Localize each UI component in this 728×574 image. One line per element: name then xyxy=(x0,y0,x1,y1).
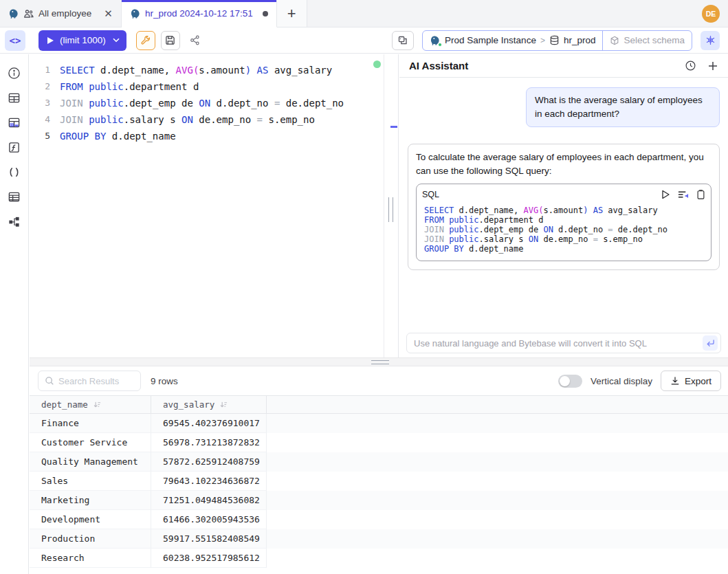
table-row[interactable]: Research60238.952517985612 xyxy=(30,549,728,568)
ai-assistant-header: AI Assistant xyxy=(399,54,728,78)
connection-selector: Prod Sample Instance > hr_prod Select sc… xyxy=(422,30,692,51)
sql-code-lines: SELECT d.dept_name, AVG(s.amount) AS avg… xyxy=(422,206,705,254)
new-chat-icon[interactable] xyxy=(707,60,718,71)
chevron-down-icon[interactable] xyxy=(113,38,120,43)
functions-icon[interactable] xyxy=(6,140,22,155)
sort-icon[interactable] xyxy=(219,401,228,408)
instance-name: Prod Sample Instance xyxy=(445,35,536,45)
close-icon[interactable]: ✕ xyxy=(104,8,113,19)
results-panel: 9 rows Vertical display Export dept_name xyxy=(30,366,728,574)
table-row[interactable]: Development61466.302005943536 xyxy=(30,510,728,529)
schema-placeholder: Select schema xyxy=(624,35,685,45)
vertical-display-toggle[interactable] xyxy=(558,375,582,388)
table-cell[interactable]: 69545.402376910017 xyxy=(151,414,267,433)
sql-code-line: GROUP BY d.dept_name xyxy=(424,244,705,254)
format-sql-button[interactable] xyxy=(136,31,155,50)
database-selector[interactable]: Prod Sample Instance > hr_prod xyxy=(423,31,602,50)
search-icon xyxy=(45,376,54,386)
ai-prompt-input[interactable] xyxy=(406,333,721,353)
table-row[interactable]: Marketing71251.049484536082 xyxy=(30,491,728,510)
postgres-icon xyxy=(130,8,141,19)
tab-hr-prod[interactable]: hr_prod 2024-10-12 17:51 xyxy=(122,0,277,27)
export-button[interactable]: Export xyxy=(661,371,721,391)
run-query-button[interactable]: (limit 1000) xyxy=(38,30,126,51)
table-row[interactable]: Quality Management57872.625912408759 xyxy=(30,452,728,472)
panel-resize-divider[interactable] xyxy=(384,54,399,357)
table-cell[interactable]: Marketing xyxy=(30,491,151,510)
table-cell[interactable]: Research xyxy=(30,549,151,568)
schema-diagram-icon[interactable] xyxy=(6,214,22,230)
sample-data-icon[interactable] xyxy=(6,115,22,131)
unsaved-dot xyxy=(263,11,268,16)
ai-assistant-panel: AI Assistant What is the average salary … xyxy=(399,54,728,361)
search-results-input[interactable] xyxy=(58,376,134,386)
openai-icon xyxy=(705,34,716,46)
code-line[interactable]: 1SELECT d.dept_name, AVG(s.amount) AS av… xyxy=(30,62,384,78)
sql-code-line: JOIN public.salary s ON de.emp_no = s.em… xyxy=(424,234,705,244)
table-cell[interactable]: Quality Management xyxy=(30,452,151,472)
table-cell[interactable]: Sales xyxy=(30,472,151,491)
sort-icon[interactable] xyxy=(93,401,101,408)
people-icon xyxy=(23,8,34,19)
code-line[interactable]: 3JOIN public.dept_emp de ON d.dept_no = … xyxy=(30,95,384,111)
avatar[interactable]: DE xyxy=(702,5,720,23)
table-row[interactable]: Customer Service56978.731213872832 xyxy=(30,433,728,452)
batch-mode-button[interactable] xyxy=(392,31,414,50)
database-name: hr_prod xyxy=(564,35,596,45)
table-cell[interactable]: Customer Service xyxy=(30,433,151,452)
table-row[interactable]: Sales79643.102234636872 xyxy=(30,472,728,491)
new-tab-button[interactable]: + xyxy=(277,0,307,27)
connection-health-dot xyxy=(373,60,381,68)
code-panel-toggle-button[interactable]: <> xyxy=(5,30,25,51)
sql-block-label: SQL xyxy=(422,188,439,201)
results-resize-divider[interactable] xyxy=(30,357,728,366)
left-sidebar xyxy=(0,54,29,574)
editor-code[interactable]: 1SELECT d.dept_name, AVG(s.amount) AS av… xyxy=(30,54,384,144)
external-tables-icon[interactable] xyxy=(6,189,22,205)
tables-icon[interactable] xyxy=(6,90,22,106)
sql-editor[interactable]: 1SELECT d.dept_name, AVG(s.amount) AS av… xyxy=(30,54,384,357)
assistant-message: To calculate the average salary of emplo… xyxy=(408,144,720,270)
ai-assistant-button[interactable] xyxy=(701,31,720,50)
tab-all-employee[interactable]: All employee ✕ xyxy=(0,0,122,27)
column-header-dept-name[interactable]: dept_name xyxy=(30,396,151,413)
search-results-box[interactable] xyxy=(38,371,141,391)
column-header-avg-salary[interactable]: avg_salary xyxy=(151,396,267,413)
code-line[interactable]: 2FROM public.department d xyxy=(30,78,384,95)
save-sheet-button[interactable] xyxy=(161,31,180,50)
table-cell[interactable]: 61466.302005943536 xyxy=(151,510,267,529)
table-row[interactable]: Finance69545.402376910017 xyxy=(30,414,728,433)
table-cell[interactable]: Production xyxy=(30,529,151,549)
tab-label: All employee xyxy=(38,8,91,19)
table-cell[interactable]: 59917.551582408549 xyxy=(151,529,267,549)
copy-icon[interactable] xyxy=(696,190,705,199)
code-line[interactable]: 5GROUP BY d.dept_name xyxy=(30,128,384,144)
table-cell[interactable]: 57872.625912408759 xyxy=(151,452,267,472)
download-icon xyxy=(670,376,680,386)
schema-selector[interactable]: Select schema xyxy=(602,31,692,50)
line-number: 1 xyxy=(30,62,60,78)
export-button-label: Export xyxy=(685,376,712,386)
tab-bar: All employee ✕ hr_prod 2024-10-12 17:51 … xyxy=(0,0,728,27)
divider-drag-handle[interactable] xyxy=(371,360,389,364)
history-icon[interactable] xyxy=(685,60,696,71)
submit-enter-icon[interactable] xyxy=(703,335,718,351)
procedures-icon[interactable] xyxy=(6,164,22,180)
table-cell[interactable]: 79643.102234636872 xyxy=(151,472,267,491)
table-cell[interactable]: 71251.049484536082 xyxy=(151,491,267,510)
table-cell[interactable]: 56978.731213872832 xyxy=(151,433,267,452)
vertical-display-label: Vertical display xyxy=(591,376,652,386)
table-cell[interactable]: 60238.952517985612 xyxy=(151,549,267,568)
divider-drag-handle[interactable] xyxy=(388,197,393,222)
table-cell[interactable]: Finance xyxy=(30,414,151,433)
run-sql-icon[interactable] xyxy=(661,190,670,199)
insert-into-editor-icon[interactable] xyxy=(678,190,689,199)
table-cell[interactable]: Development xyxy=(30,510,151,529)
main-content: 1SELECT d.dept_name, AVG(s.amount) AS av… xyxy=(0,54,728,574)
code-line[interactable]: 4JOIN public.salary s ON de.emp_no = s.e… xyxy=(30,111,384,128)
table-row[interactable]: Production59917.551582408549 xyxy=(30,529,728,549)
info-icon[interactable] xyxy=(6,65,22,81)
share-button[interactable] xyxy=(186,31,205,50)
column-header-label: avg_salary xyxy=(163,399,214,410)
line-number: 4 xyxy=(30,111,60,128)
